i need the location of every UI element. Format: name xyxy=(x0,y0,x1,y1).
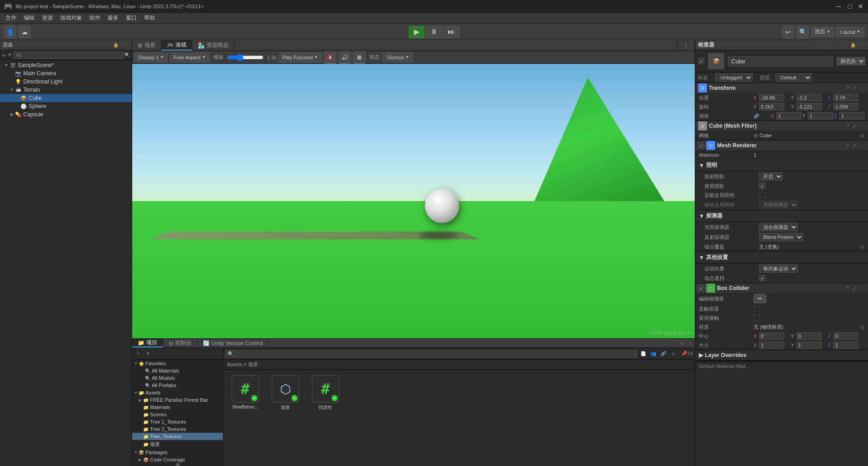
account-button[interactable]: 👤 xyxy=(4,26,16,38)
asset-find[interactable]: # + 找异性 xyxy=(307,373,344,413)
mesh-select-btn[interactable]: ⊙ xyxy=(860,133,864,139)
transform-menu-btn[interactable]: ⋮ xyxy=(859,85,865,92)
scale-x-input[interactable] xyxy=(776,112,801,119)
center-z-input[interactable] xyxy=(833,332,858,340)
display-dropdown[interactable]: Display 1 ▼ xyxy=(134,52,168,62)
tab-game[interactable]: 🎮 游戏 xyxy=(161,40,192,51)
rot-z-input[interactable] xyxy=(833,103,858,110)
project-search-btn1[interactable]: 📄 xyxy=(639,350,647,358)
receive-shadows-cb[interactable]: ✓ xyxy=(759,183,765,189)
mute-btn[interactable]: 🔇 xyxy=(324,51,336,64)
layer-overrides-section[interactable]: ▶ Layer Overrides xyxy=(695,350,868,361)
ptree-tree2[interactable]: 📁 Tree 2_Textures xyxy=(132,425,223,433)
inspector-lock-btn[interactable]: 🔒 xyxy=(849,41,857,49)
ptree-favorites[interactable]: ▼ ⭐ Favorites xyxy=(132,360,223,367)
menu-window[interactable]: 窗口 xyxy=(122,13,140,23)
mesh-renderer-header[interactable]: ✓ ⊟ Mesh Renderer ? ⤢ ⋮ xyxy=(695,140,868,150)
layer-dropdown-inspector[interactable]: Default xyxy=(775,73,812,82)
history-button[interactable]: ↩ xyxy=(782,26,795,38)
anchor-select-btn[interactable]: ⊙ xyxy=(860,244,864,250)
ptree-free-parallax[interactable]: ▶ 📁 FREE Parallax Forest Bac xyxy=(132,396,223,404)
layout-dropdown[interactable]: Layout ▼ xyxy=(836,27,864,37)
layer-dropdown[interactable]: 图层 ▼ xyxy=(811,27,834,37)
play-focused-btn[interactable]: Play Focused ▼ xyxy=(279,52,322,62)
hierarchy-search-input[interactable] xyxy=(14,52,124,59)
tree-samplescene[interactable]: ▼ 🎬 SampleScene* xyxy=(0,61,132,69)
ptree-tree-textures[interactable]: 📁 Tree_Textures xyxy=(132,433,223,440)
edit-collider-btn[interactable]: ✏ xyxy=(754,294,766,303)
mesh-filter-help-btn[interactable]: ? xyxy=(845,123,850,129)
tree-terrain[interactable]: ▼ 🏔 Terrain xyxy=(0,86,132,94)
ptree-code-coverage[interactable]: ▶ 📦 Code Coverage xyxy=(132,456,223,463)
menu-gameobject[interactable]: 游戏对象 xyxy=(57,13,86,23)
box-collider-help-btn[interactable]: ? xyxy=(845,285,850,292)
asset-scene[interactable]: ⬡ + 场景 xyxy=(267,373,304,413)
tree-main-camera[interactable]: 📷 Main Camera xyxy=(0,69,132,78)
play-button[interactable]: ▶ xyxy=(408,26,425,38)
ptree-all-prefabs[interactable]: 🔍 All Prefabs xyxy=(132,382,223,389)
hierarchy-dropdown-btn[interactable]: ▼ xyxy=(7,52,12,57)
cast-shadows-dropdown[interactable]: 开启 xyxy=(759,172,783,181)
light-probes-dropdown[interactable]: 混合探测器 xyxy=(759,223,798,231)
receive-gi-dropdown[interactable]: 光照探测器 xyxy=(759,201,798,209)
tab-project[interactable]: 📁 项目 xyxy=(132,339,163,347)
hierarchy-menu-btn[interactable]: ⋮ xyxy=(121,41,129,49)
ptree-scenes[interactable]: 📁 Scenes xyxy=(132,411,223,418)
tag-dropdown[interactable]: Untagged xyxy=(715,73,753,82)
ptree-assets[interactable]: ▼ 📁 Assets xyxy=(132,389,223,396)
mesh-filter-header[interactable]: ⊞ Cube (Mesh Filter) ? ⤢ ⋮ xyxy=(695,121,868,131)
project-search-input[interactable] xyxy=(225,350,637,357)
pos-z-input[interactable] xyxy=(833,94,858,101)
motion-vectors-dropdown[interactable]: 每对象运动 xyxy=(759,264,798,273)
tree-capsule[interactable]: ▶ 💊 Capsule xyxy=(0,110,132,119)
project-dropdown-btn[interactable]: ▼ xyxy=(144,350,152,358)
pause-button[interactable]: ⏸ xyxy=(426,26,442,38)
global-illum-cb[interactable] xyxy=(759,192,765,198)
tree-directional-light[interactable]: 💡 Directional Light xyxy=(0,78,132,86)
ptree-scenes-cn[interactable]: 📁 场景 xyxy=(132,440,223,449)
hierarchy-lock-btn[interactable]: 🔒 xyxy=(112,41,120,49)
bottom-menu-btn[interactable]: ⋮ xyxy=(687,339,695,347)
scale-y-input[interactable] xyxy=(808,112,833,119)
rot-y-input[interactable] xyxy=(796,103,822,110)
step-button[interactable]: ⏭ xyxy=(443,26,460,38)
ptree-tree1[interactable]: 📁 Tree 1_Textures xyxy=(132,418,223,425)
gizmos-dropdown[interactable]: Gizmos ▼ xyxy=(383,52,413,62)
maximize-button[interactable]: □ xyxy=(846,3,853,10)
other-settings-section[interactable]: ▼ 其他设置 xyxy=(695,252,868,264)
project-search-btn4[interactable]: ℹ xyxy=(669,350,677,358)
size-z-input[interactable] xyxy=(833,342,858,349)
tab-console[interactable]: ⊟ 控制台 xyxy=(163,339,197,347)
tab-vcs[interactable]: 🔄 Unity Version Control xyxy=(197,339,269,347)
project-search-btn2[interactable]: 👥 xyxy=(649,350,657,358)
menu-file[interactable]: 文件 xyxy=(2,13,20,23)
tree-cube[interactable]: 📦 Cube xyxy=(0,94,132,102)
tab-store[interactable]: 🏪 资源商店 xyxy=(192,40,234,51)
ptree-materials[interactable]: 📁 Materials xyxy=(132,404,223,411)
lighting-section[interactable]: ▼ 照明 xyxy=(695,160,868,171)
box-collider-menu-btn[interactable]: ⋮ xyxy=(859,285,865,292)
transform-header[interactable]: ⊞ Transform ? ⤢ ⋮ xyxy=(695,83,868,93)
menu-services[interactable]: 服务 xyxy=(104,13,122,23)
provide-contacts-cb[interactable] xyxy=(754,315,760,321)
aspect-dropdown[interactable]: Free Aspect ▼ xyxy=(170,52,210,62)
collider-material-btn[interactable]: ⊙ xyxy=(860,324,864,330)
cloud-button[interactable]: ☁ xyxy=(18,26,31,38)
mesh-renderer-help-btn[interactable]: ? xyxy=(845,142,850,149)
transform-settings-btn[interactable]: ⤢ xyxy=(852,85,857,92)
ptree-all-models[interactable]: 🔍 All Models xyxy=(132,374,223,382)
pos-x-input[interactable] xyxy=(759,94,784,101)
ptree-packages[interactable]: ▼ 📦 Packages xyxy=(132,449,223,456)
reflection-probes-dropdown[interactable]: Blend Probes xyxy=(759,233,803,241)
mesh-renderer-menu-btn[interactable]: ⋮ xyxy=(859,142,865,149)
probes-section[interactable]: ▼ 探测器 xyxy=(695,210,868,222)
tab-more-btn[interactable]: ⋮ xyxy=(677,40,695,51)
menu-assets[interactable]: 资源 xyxy=(38,13,57,23)
dynamic-occlusion-cb[interactable]: ✓ xyxy=(759,275,765,281)
scale-z-input[interactable] xyxy=(839,112,864,119)
close-button[interactable]: ✕ xyxy=(857,3,864,10)
menu-help[interactable]: 帮助 xyxy=(140,13,159,23)
bottom-maximize-btn[interactable]: ⤢ xyxy=(678,339,687,347)
audio-btn[interactable]: 🔊 xyxy=(338,51,351,64)
mesh-renderer-settings-btn[interactable]: ⤢ xyxy=(852,142,857,149)
